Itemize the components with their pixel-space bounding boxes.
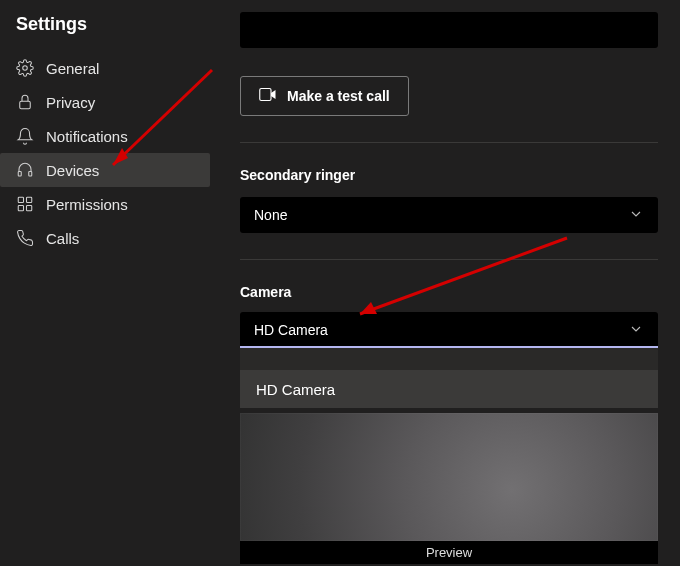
camera-value: HD Camera xyxy=(254,322,328,338)
camera-dropdown[interactable]: HD Camera HD Camera xyxy=(240,312,658,408)
video-call-icon xyxy=(259,87,277,105)
sidebar-item-label: General xyxy=(46,60,99,77)
chevron-down-icon xyxy=(628,321,644,340)
sidebar-item-calls[interactable]: Calls xyxy=(0,221,210,255)
bell-icon xyxy=(16,127,34,145)
sidebar-item-notifications[interactable]: Notifications xyxy=(0,119,210,153)
make-test-call-button[interactable]: Make a test call xyxy=(240,76,409,116)
secondary-ringer-dropdown[interactable]: None xyxy=(240,197,658,233)
secondary-ringer-select[interactable]: None xyxy=(240,197,658,233)
sidebar-item-permissions[interactable]: Permissions xyxy=(0,187,210,221)
svg-rect-7 xyxy=(27,206,32,211)
page-title: Settings xyxy=(0,10,210,51)
dropdown-spacer xyxy=(240,348,658,370)
sidebar-item-devices[interactable]: Devices xyxy=(0,153,210,187)
sidebar-item-privacy[interactable]: Privacy xyxy=(0,85,210,119)
camera-preview xyxy=(240,413,658,541)
sidebar-item-label: Devices xyxy=(46,162,99,179)
headset-icon xyxy=(16,161,34,179)
svg-rect-2 xyxy=(18,172,21,177)
dropdown-focus-underline xyxy=(240,346,658,348)
camera-option[interactable]: HD Camera xyxy=(240,370,658,408)
svg-rect-8 xyxy=(260,89,271,101)
main-panel: Make a test call Secondary ringer None C… xyxy=(210,0,680,566)
sidebar: Settings General Privacy Notifications D… xyxy=(0,0,210,566)
divider xyxy=(240,142,658,143)
secondary-ringer-value: None xyxy=(254,207,287,223)
sidebar-item-label: Privacy xyxy=(46,94,95,111)
apps-icon xyxy=(16,195,34,213)
camera-label: Camera xyxy=(240,284,658,300)
sidebar-item-general[interactable]: General xyxy=(0,51,210,85)
svg-rect-3 xyxy=(29,172,32,177)
phone-icon xyxy=(16,229,34,247)
gear-icon xyxy=(16,59,34,77)
svg-rect-5 xyxy=(27,197,32,202)
preview-label: Preview xyxy=(240,541,658,564)
svg-point-0 xyxy=(23,66,28,71)
camera-select[interactable]: HD Camera xyxy=(240,312,658,348)
lock-icon xyxy=(16,93,34,111)
sidebar-item-label: Permissions xyxy=(46,196,128,213)
svg-rect-6 xyxy=(18,206,23,211)
divider xyxy=(240,259,658,260)
svg-rect-4 xyxy=(18,197,23,202)
secondary-ringer-label: Secondary ringer xyxy=(240,167,658,183)
svg-rect-1 xyxy=(20,101,31,109)
sidebar-item-label: Calls xyxy=(46,230,79,247)
sidebar-item-label: Notifications xyxy=(46,128,128,145)
make-test-call-label: Make a test call xyxy=(287,88,390,104)
collapsed-section xyxy=(240,12,658,48)
camera-option-list: HD Camera xyxy=(240,348,658,408)
chevron-down-icon xyxy=(628,206,644,225)
